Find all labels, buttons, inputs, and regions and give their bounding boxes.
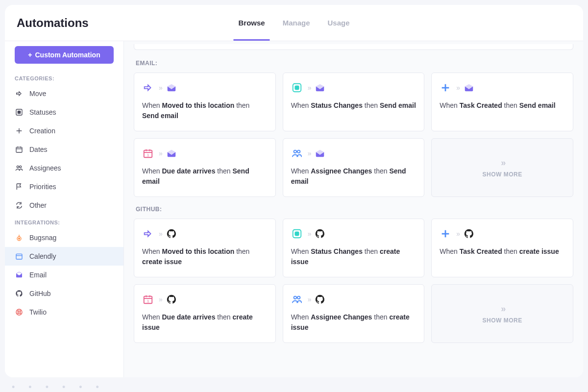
automation-card[interactable]: » When Task Created then Send email <box>431 73 573 131</box>
twilio-icon <box>15 308 24 317</box>
sidebar-item-github[interactable]: GitHub <box>5 284 123 303</box>
group-github-label: GITHUB: <box>136 206 573 213</box>
svg-rect-2 <box>16 147 22 152</box>
automation-card[interactable]: » When Assignee Changes then Send email <box>283 138 425 197</box>
automation-card[interactable]: 1 » When Due date arrives then Send emai… <box>134 138 276 197</box>
calendly-icon <box>15 252 24 261</box>
calendar-icon: 1 <box>142 294 154 305</box>
automation-card[interactable]: 1 » When Due date arrives then create is… <box>134 284 276 343</box>
svg-point-15 <box>20 313 21 314</box>
people-icon <box>291 147 303 159</box>
chevron-right-icon: » <box>159 230 161 238</box>
github-icon <box>166 228 177 240</box>
calendar-icon: 1 <box>142 147 154 159</box>
svg-rect-9 <box>16 254 22 259</box>
plus-icon <box>440 82 451 94</box>
automation-card[interactable]: » When Status Changes then Send email <box>283 73 425 131</box>
email-icon <box>314 82 326 94</box>
chevron-right-icon: » <box>308 84 310 92</box>
chevron-right-icon: » <box>159 84 161 92</box>
main-content: EMAIL: » When Moved to this location the… <box>124 41 583 377</box>
chevron-right-icon: » <box>308 149 310 157</box>
github-icon <box>166 294 177 305</box>
card-text: When Due date arrives then Send email <box>142 166 268 187</box>
chevron-right-icon: » <box>501 304 504 314</box>
svg-rect-1 <box>18 111 20 113</box>
card-text: When Assignee Changes then create issue <box>291 312 416 333</box>
automation-card[interactable]: » When Status Changes then create issue <box>283 219 425 277</box>
sidebar-item-assignees[interactable]: Assignees <box>5 159 123 177</box>
refresh-icon <box>15 201 24 210</box>
email-icon <box>314 147 326 159</box>
card-text: When Moved to this location then create … <box>142 246 268 267</box>
github-icon <box>15 289 24 298</box>
sidebar-item-bugsnag[interactable]: Bugsnag <box>5 228 123 247</box>
tab-usage[interactable]: Usage <box>328 5 350 41</box>
svg-text:1: 1 <box>147 299 149 303</box>
automation-card[interactable]: » When Moved to this location then Send … <box>134 73 276 131</box>
chevron-right-icon: » <box>159 149 161 157</box>
integrations-heading: INTEGRATIONS: <box>5 215 123 228</box>
tab-browse[interactable]: Browse <box>238 5 265 41</box>
show-more-button[interactable]: » SHOW MORE <box>431 138 573 197</box>
sidebar-item-dates[interactable]: Dates <box>5 140 123 159</box>
people-icon <box>291 294 303 305</box>
github-icon <box>463 228 475 240</box>
partial-row-strip <box>134 44 573 50</box>
sidebar-item-move[interactable]: Move <box>5 84 123 103</box>
tab-manage[interactable]: Manage <box>283 5 310 41</box>
sidebar-item-statuses[interactable]: Statuses <box>5 103 123 122</box>
tabs: Browse Manage Usage <box>238 5 349 41</box>
arrow-icon <box>142 228 154 240</box>
card-text: When Moved to this location then Send em… <box>142 100 268 121</box>
sidebar: + Custom Automation CATEGORIES: Move Sta… <box>5 41 124 377</box>
sidebar-item-email[interactable]: Email <box>5 266 123 284</box>
svg-point-24 <box>297 150 300 153</box>
svg-point-33 <box>297 296 300 299</box>
sidebar-item-priorities[interactable]: Priorities <box>5 177 123 196</box>
card-text: When Status Changes then Send email <box>291 100 416 111</box>
svg-rect-26 <box>295 232 298 235</box>
plus-icon <box>440 228 451 240</box>
sidebar-item-twilio[interactable]: Twilio <box>5 303 123 321</box>
sidebar-item-creation[interactable]: Creation <box>5 122 123 140</box>
categories-heading: CATEGORIES: <box>5 71 123 84</box>
flag-icon <box>15 182 24 191</box>
square-icon <box>15 108 24 117</box>
plus-icon: + <box>28 51 32 59</box>
status-icon <box>291 228 303 240</box>
calendar-icon <box>15 145 24 154</box>
github-icon <box>314 228 326 240</box>
show-more-button[interactable]: » SHOW MORE <box>431 284 573 343</box>
custom-automation-button[interactable]: + Custom Automation <box>15 46 114 64</box>
svg-point-32 <box>294 296 296 299</box>
sidebar-item-calendly[interactable]: Calendly <box>5 247 123 266</box>
svg-point-13 <box>20 311 21 312</box>
page-title: Automations <box>17 16 89 30</box>
card-text: When Assignee Changes then Send email <box>291 166 416 187</box>
svg-point-11 <box>16 309 22 315</box>
automation-card[interactable]: » When Assignee Changes then create issu… <box>283 284 425 343</box>
email-icon <box>166 82 177 94</box>
email-icon <box>15 270 24 279</box>
sidebar-item-other[interactable]: Other <box>5 196 123 215</box>
email-icon <box>166 147 177 159</box>
svg-point-12 <box>18 311 19 312</box>
automation-card[interactable]: » When Task Created then create issue <box>431 219 573 277</box>
github-icon <box>314 294 326 305</box>
svg-text:1: 1 <box>147 153 149 157</box>
group-email-label: EMAIL: <box>136 60 573 67</box>
card-text: When Due date arrives then create issue <box>142 312 268 333</box>
card-text: When Task Created then Send email <box>440 100 565 111</box>
chevron-right-icon: » <box>308 295 310 303</box>
chevron-right-icon: » <box>456 84 458 92</box>
svg-point-6 <box>17 166 19 168</box>
chevron-right-icon: » <box>159 295 161 303</box>
card-text: When Task Created then create issue <box>440 246 565 257</box>
arrow-icon <box>142 82 154 94</box>
status-icon <box>291 82 303 94</box>
email-icon <box>463 82 475 94</box>
footer-dots: •••••• <box>0 382 588 392</box>
svg-rect-17 <box>295 86 298 89</box>
automation-card[interactable]: » When Moved to this location then creat… <box>134 219 276 277</box>
